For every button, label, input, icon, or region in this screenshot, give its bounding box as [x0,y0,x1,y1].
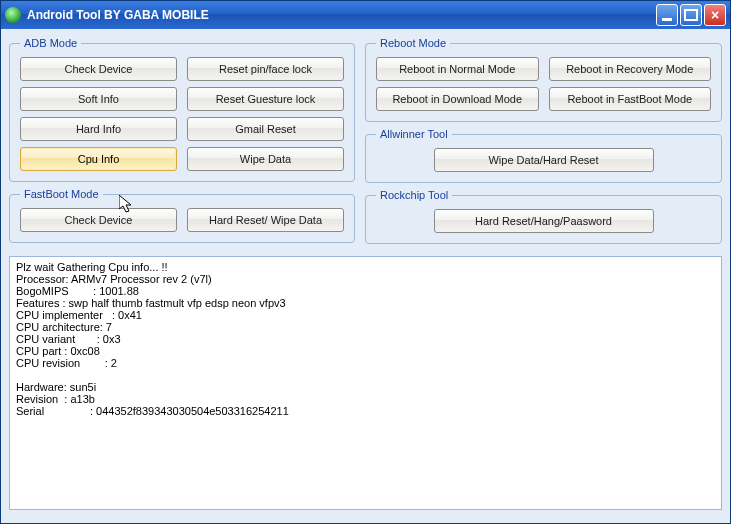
reboot-recovery-button[interactable]: Reboot in Recovery Mode [549,57,712,81]
gmail-reset-button[interactable]: Gmail Reset [187,117,344,141]
reboot-download-button[interactable]: Reboot in Download Mode [376,87,539,111]
allwinner-wipe-button[interactable]: Wipe Data/Hard Reset [434,148,654,172]
hard-info-button[interactable]: Hard Info [20,117,177,141]
output-console[interactable]: Plz wait Gathering Cpu info... !! Proces… [9,256,722,510]
soft-info-button[interactable]: Soft Info [20,87,177,111]
client-area: ADB Mode Check Device Reset pin/face loc… [1,29,730,523]
reset-pin-button[interactable]: Reset pin/face lock [187,57,344,81]
reboot-mode-legend: Reboot Mode [376,37,450,49]
rockchip-tool-group: Rockchip Tool Hard Reset/Hang/Paasword [365,189,722,244]
maximize-button[interactable] [680,4,702,26]
reboot-normal-button[interactable]: Reboot in Normal Mode [376,57,539,81]
wipe-data-button[interactable]: Wipe Data [187,147,344,171]
rockchip-hard-reset-button[interactable]: Hard Reset/Hang/Paasword [434,209,654,233]
close-button[interactable] [704,4,726,26]
fastboot-mode-group: FastBoot Mode Check Device Hard Reset/ W… [9,188,355,243]
window-title: Android Tool BY GABA MOBILE [27,8,656,22]
rockchip-tool-legend: Rockchip Tool [376,189,452,201]
reset-gesture-button[interactable]: Reset Guesture lock [187,87,344,111]
window-controls [656,4,726,26]
app-icon [5,7,21,23]
minimize-button[interactable] [656,4,678,26]
allwinner-tool-group: Allwinner Tool Wipe Data/Hard Reset [365,128,722,183]
app-window: Android Tool BY GABA MOBILE ADB Mode Che… [0,0,731,524]
reboot-mode-group: Reboot Mode Reboot in Normal Mode Reboot… [365,37,722,122]
fb-hard-reset-button[interactable]: Hard Reset/ Wipe Data [187,208,344,232]
fastboot-mode-legend: FastBoot Mode [20,188,103,200]
fb-check-device-button[interactable]: Check Device [20,208,177,232]
check-device-button[interactable]: Check Device [20,57,177,81]
cpu-info-button[interactable]: Cpu Info [20,147,177,171]
allwinner-tool-legend: Allwinner Tool [376,128,452,140]
adb-mode-group: ADB Mode Check Device Reset pin/face loc… [9,37,355,182]
adb-mode-legend: ADB Mode [20,37,81,49]
reboot-fastboot-button[interactable]: Reboot in FastBoot Mode [549,87,712,111]
titlebar[interactable]: Android Tool BY GABA MOBILE [1,1,730,29]
